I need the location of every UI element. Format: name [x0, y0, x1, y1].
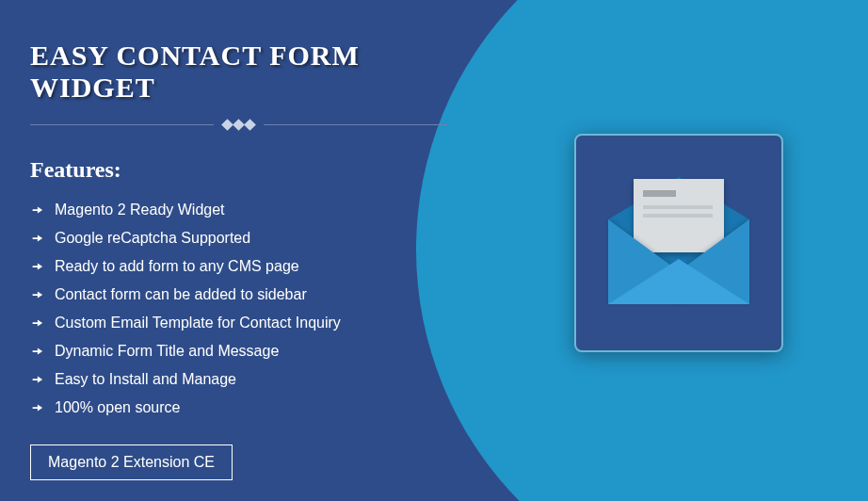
features-heading: Features: [30, 157, 490, 183]
main-content: EASY CONTACT FORM WIDGET Features: Magen… [0, 0, 490, 480]
feature-list: Magento 2 Ready Widget Google reCaptcha … [30, 202, 490, 416]
feature-text: Ready to add form to any CMS page [55, 258, 299, 275]
divider-diamonds [223, 121, 254, 129]
feature-text: Contact form can be added to sidebar [55, 286, 307, 303]
feature-item: Dynamic Form Title and Message [30, 343, 490, 360]
feature-item: Magento 2 Ready Widget [30, 202, 490, 218]
arrow-right-icon [30, 345, 43, 358]
feature-item: Easy to Install and Manage [30, 371, 490, 388]
feature-text: 100% open source [55, 399, 180, 416]
feature-text: Dynamic Form Title and Message [55, 343, 279, 360]
diamond-icon [221, 119, 233, 131]
title-divider [30, 121, 490, 129]
arrow-right-icon [30, 232, 43, 245]
divider-line-right [264, 124, 447, 125]
divider-line-left [30, 124, 214, 125]
feature-item: Contact form can be added to sidebar [30, 286, 490, 303]
diamond-icon [244, 119, 256, 131]
diamond-icon [233, 119, 245, 131]
feature-text: Google reCaptcha Supported [55, 230, 250, 247]
arrow-right-icon [30, 401, 43, 414]
arrow-right-icon [30, 288, 43, 301]
feature-text: Magento 2 Ready Widget [55, 202, 225, 218]
arrow-right-icon [30, 316, 43, 330]
page-title: EASY CONTACT FORM WIDGET [30, 40, 490, 104]
envelope-icon [608, 182, 749, 304]
feature-text: Custom Email Template for Contact Inquir… [55, 315, 341, 331]
extension-badge: Magento 2 Extension CE [30, 444, 233, 480]
feature-text: Easy to Install and Manage [55, 371, 236, 388]
arrow-right-icon [30, 203, 43, 217]
feature-item: Custom Email Template for Contact Inquir… [30, 315, 490, 331]
feature-item: Ready to add form to any CMS page [30, 258, 490, 275]
feature-item: Google reCaptcha Supported [30, 230, 490, 247]
arrow-right-icon [30, 373, 43, 386]
arrow-right-icon [30, 260, 43, 273]
feature-item: 100% open source [30, 399, 490, 416]
envelope-card [574, 134, 783, 352]
